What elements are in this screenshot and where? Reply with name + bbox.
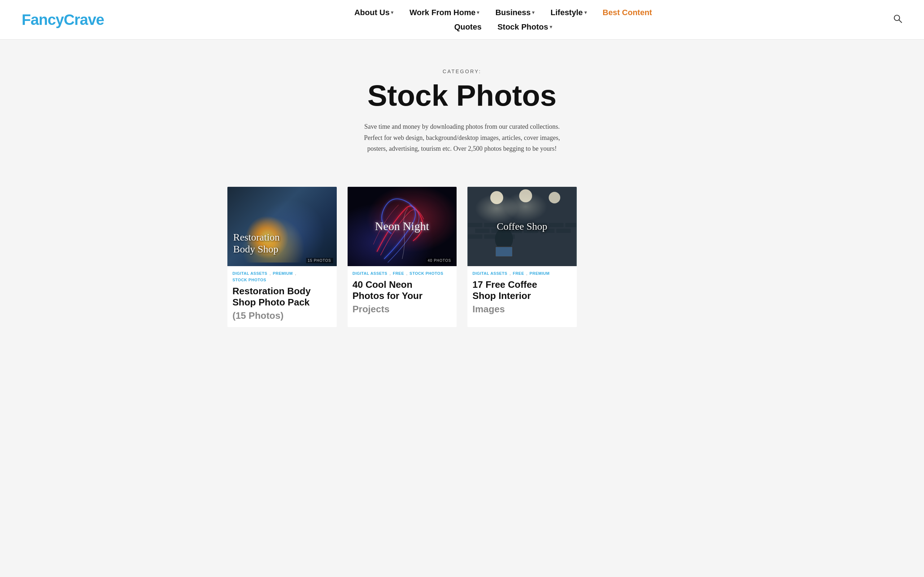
card-subtitle-2: Projects bbox=[347, 304, 457, 321]
tag-free-2[interactable]: FREE bbox=[393, 271, 404, 276]
tag-stock-photos[interactable]: STOCK PHOTOS bbox=[233, 278, 267, 282]
chevron-down-icon: ▾ bbox=[550, 24, 552, 29]
card-title-3: 17 Free CoffeeShop Interior bbox=[467, 278, 577, 304]
tag-digital-assets-2[interactable]: DIGITAL ASSETS bbox=[353, 271, 388, 276]
tag-stock-photos-2[interactable]: STOCK PHOTOS bbox=[410, 271, 444, 276]
svg-point-21 bbox=[549, 192, 560, 203]
nav-about-us[interactable]: About Us ▾ bbox=[347, 6, 402, 19]
chevron-down-icon: ▾ bbox=[477, 10, 479, 15]
nav-row-2: Quotes Stock Photos ▾ bbox=[446, 21, 560, 33]
card-image-text-2: Neon Night bbox=[347, 220, 457, 233]
card-tags-1: DIGITAL ASSETS , PREMIUM , STOCK PHOTOS bbox=[228, 266, 337, 284]
card-badge-1: 15 PHOTOS bbox=[306, 258, 333, 263]
category-section: CATEGORY: Stock Photos Save time and mon… bbox=[0, 40, 924, 176]
tag-premium-3[interactable]: PREMIUM bbox=[530, 271, 549, 276]
card-image-text-3: Coffee Shop bbox=[467, 220, 577, 233]
card-subtitle-1: (15 Photos) bbox=[228, 310, 337, 327]
site-header: FancyCrave About Us ▾ Work From Home ▾ B… bbox=[0, 0, 924, 40]
nav-work-from-home[interactable]: Work From Home ▾ bbox=[401, 6, 487, 19]
card-badge-2: 40 PHOTOS bbox=[426, 258, 453, 263]
card-subtitle-3: Images bbox=[467, 304, 577, 321]
search-button[interactable] bbox=[893, 14, 902, 26]
svg-rect-16 bbox=[468, 234, 482, 239]
chevron-down-icon: ▾ bbox=[391, 10, 393, 15]
tag-digital-assets[interactable]: DIGITAL ASSETS bbox=[233, 271, 267, 276]
main-nav: About Us ▾ Work From Home ▾ Business ▾ L… bbox=[104, 6, 902, 33]
card-coffee-shop[interactable]: Coffee Shop DIGITAL ASSETS , FREE , PREM… bbox=[467, 187, 577, 327]
card-image-1: RestorationBody Shop 15 PHOTOS bbox=[228, 187, 337, 266]
card-restoration-body-shop[interactable]: RestorationBody Shop 15 PHOTOS DIGITAL A… bbox=[228, 187, 337, 327]
tag-premium[interactable]: PREMIUM bbox=[273, 271, 293, 276]
category-label: CATEGORY: bbox=[7, 69, 917, 74]
cards-section: RestorationBody Shop 15 PHOTOS DIGITAL A… bbox=[209, 176, 715, 349]
card-title-2: 40 Cool NeonPhotos for Your bbox=[347, 278, 457, 304]
card-image-text-1: RestorationBody Shop bbox=[233, 231, 331, 255]
tag-digital-assets-3[interactable]: DIGITAL ASSETS bbox=[472, 271, 507, 276]
svg-point-23 bbox=[504, 192, 547, 221]
chevron-down-icon: ▾ bbox=[584, 10, 587, 15]
card-empty bbox=[588, 187, 697, 327]
nav-lifestyle[interactable]: Lifestyle ▾ bbox=[543, 6, 594, 19]
cards-grid: RestorationBody Shop 15 PHOTOS DIGITAL A… bbox=[228, 187, 696, 327]
nav-business[interactable]: Business ▾ bbox=[487, 6, 543, 19]
category-title: Stock Photos bbox=[7, 80, 917, 111]
nav-best-content[interactable]: Best Content bbox=[595, 6, 660, 19]
site-logo[interactable]: FancyCrave bbox=[22, 11, 104, 29]
card-tags-2: DIGITAL ASSETS , FREE , STOCK PHOTOS bbox=[347, 266, 457, 278]
card-image-3: Coffee Shop bbox=[467, 187, 577, 266]
nav-stock-photos[interactable]: Stock Photos ▾ bbox=[489, 21, 560, 33]
svg-rect-26 bbox=[496, 247, 512, 256]
card-tags-3: DIGITAL ASSETS , FREE , PREMIUM bbox=[467, 266, 577, 278]
category-description: Save time and money by downloading photo… bbox=[361, 121, 563, 154]
nav-row-1: About Us ▾ Work From Home ▾ Business ▾ L… bbox=[347, 6, 660, 19]
card-neon-night[interactable]: Neon Night 40 PHOTOS DIGITAL ASSETS , FR… bbox=[347, 187, 457, 327]
card-title-1: Restoration BodyShop Photo Pack bbox=[228, 284, 337, 310]
nav-quotes[interactable]: Quotes bbox=[446, 21, 489, 33]
chevron-down-icon: ▾ bbox=[532, 10, 535, 15]
svg-line-1 bbox=[899, 20, 902, 23]
card-image-2: Neon Night 40 PHOTOS bbox=[347, 187, 457, 266]
tag-free-3[interactable]: FREE bbox=[513, 271, 524, 276]
